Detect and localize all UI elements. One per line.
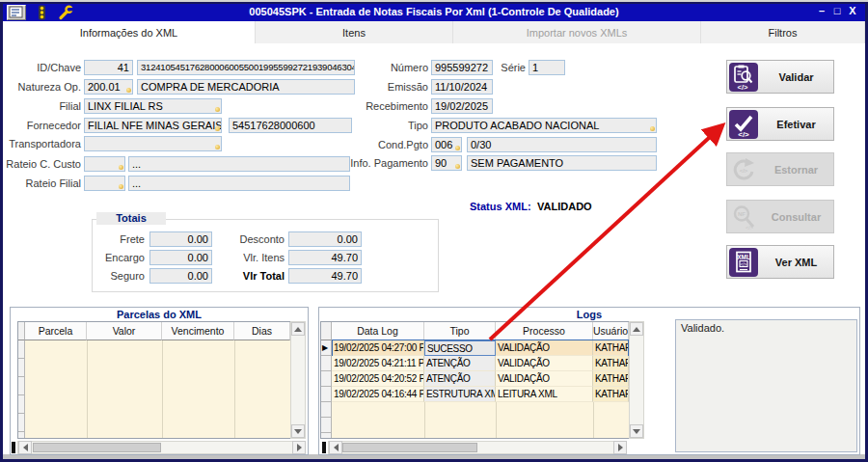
parcelas-col-dias[interactable]: Dias [234, 322, 290, 340]
info-pagamento-code-field[interactable]: 90 [431, 155, 462, 171]
parcelas-vscrollbar[interactable] [290, 321, 306, 439]
log-cell-usuario[interactable]: KATHARINA [593, 371, 629, 387]
svg-text:</>: </> [741, 261, 747, 266]
logs-hscroll-thumb[interactable] [342, 443, 477, 452]
rateio-filial-desc-field[interactable]: ... [128, 176, 350, 191]
log-cell-data[interactable]: 19/02/2025 04:21:11 PM [332, 356, 424, 371]
minimize-button[interactable]: – [815, 5, 828, 16]
validar-button-label: Validar [761, 71, 831, 83]
transportadora-field[interactable] [84, 136, 222, 151]
log-cell-usuario[interactable]: KATHARINA [593, 387, 629, 402]
log-cell-usuario[interactable]: KATHARINA [593, 356, 629, 371]
tipo-field[interactable]: PRODUTO ACABADO NACIONAL [431, 118, 657, 133]
fornecedor-cnpj-field[interactable]: 54517628000600 [229, 118, 352, 133]
vlr-itens-label: Vlr. Itens [222, 252, 285, 263]
cond-pgto-desc-field[interactable]: 0/30 [467, 137, 657, 152]
parcelas-hscroll-thumb[interactable] [33, 443, 161, 452]
validar-button[interactable]: </> Validar [726, 60, 834, 94]
scroll-down-icon[interactable] [291, 424, 305, 438]
transportadora-label: Transportadora [0, 138, 81, 149]
scroll-up-icon[interactable] [291, 322, 305, 336]
chave-field[interactable]: 3124105451762800060055001995599272193904… [137, 60, 355, 75]
tab-filtros[interactable]: Filtros [701, 21, 865, 43]
log-cell-tipo[interactable]: ATENÇÃO [424, 356, 496, 371]
efetivar-button[interactable]: </> Efetivar [726, 107, 834, 141]
encargo-field[interactable]: 0.00 [149, 250, 212, 265]
estornar-button-label: Estornar [761, 164, 831, 176]
id-field[interactable]: 41 [84, 60, 133, 75]
consultar-button-label: Consultar [761, 211, 831, 223]
tipo-label: Tipo [338, 120, 428, 131]
frete-field[interactable]: 0.00 [149, 231, 212, 247]
title-bar: 005045SPK - Entrada de Notas Fiscais Por… [3, 4, 865, 21]
log-cell-data[interactable]: 19/02/2025 04:20:52 PM [332, 371, 424, 387]
cond-pgto-code-field[interactable]: 006 [431, 137, 462, 152]
natureza-desc-field[interactable]: COMPRA DE MERCADORIA [137, 79, 355, 95]
log-cell-processo[interactable]: VALIDAÇÃO [496, 340, 593, 356]
cond-pgto-label: Cond.Pgto [338, 139, 428, 150]
scroll-right-icon[interactable] [613, 441, 627, 454]
maximize-button[interactable]: □ [830, 5, 844, 16]
rateio-filial-code-field[interactable] [84, 176, 125, 191]
log-cell-tipo[interactable]: SUCESSO [424, 340, 496, 356]
recebimento-label: Recebimento [338, 100, 428, 112]
id-chave-label: ID/Chave [0, 62, 81, 73]
desconto-field[interactable]: 0.00 [288, 231, 362, 247]
svg-text:XML: XML [737, 253, 750, 259]
rateio-c-custo-code-field[interactable] [84, 156, 125, 172]
scroll-left-icon[interactable] [329, 441, 342, 454]
log-cell-tipo[interactable]: ESTRUTURA XML C [424, 387, 496, 402]
logs-col-data-log[interactable]: Data Log [332, 322, 424, 340]
fornecedor-label: Fornecedor [0, 120, 81, 131]
commit-xml-icon: </> [729, 110, 758, 139]
info-pagamento-desc-field[interactable]: SEM PAGAMENTO [467, 155, 657, 171]
log-cell-processo[interactable]: VALIDAÇÃO [496, 356, 593, 371]
filial-field[interactable]: LINX FILIAL RS [84, 98, 222, 114]
log-cell-processo[interactable]: LEITURA XML [496, 387, 593, 402]
numero-field[interactable]: 995599272 [431, 60, 493, 75]
log-detail-memo: Validado. [675, 319, 857, 452]
emissao-field[interactable]: 11/10/2024 [431, 79, 493, 95]
logs-col-tipo[interactable]: Tipo [424, 322, 496, 340]
ver-xml-button-label: Ver XML [761, 257, 831, 268]
log-cell-usuario[interactable]: KATHARINA [593, 340, 629, 356]
seguro-label: Seguro [92, 270, 145, 282]
logs-col-processo[interactable]: Processo [496, 322, 593, 340]
seguro-field[interactable]: 0.00 [149, 268, 212, 284]
close-button[interactable]: X [846, 5, 859, 16]
logs-vscrollbar[interactable] [629, 321, 644, 439]
encargo-label: Encargo [92, 252, 145, 263]
svg-text:</>: </> [746, 225, 753, 231]
fornecedor-field[interactable]: FILIAL NFE MINAS GERAIS [84, 118, 222, 133]
logs-hscrollbar[interactable] [328, 441, 627, 454]
vlr-itens-field[interactable]: 49.70 [288, 250, 362, 265]
log-cell-data[interactable]: 19/02/2025 04:27:00 PM [332, 340, 424, 356]
parcelas-hscrollbar[interactable] [17, 441, 306, 454]
parcelas-col-parcela[interactable]: Parcela [25, 322, 87, 340]
parcelas-col-vencimento[interactable]: Vencimento [162, 322, 234, 340]
numero-label: Número [338, 62, 428, 73]
natureza-code-field[interactable]: 200.01 [84, 79, 133, 95]
tab-itens[interactable]: Itens [256, 21, 453, 43]
tab-informacoes-do-xml[interactable]: Informações do XML [3, 21, 256, 43]
recebimento-field[interactable]: 19/02/2025 [431, 98, 493, 114]
totais-title: Totais [96, 212, 166, 225]
vlr-total-label: Vlr Total [217, 270, 285, 282]
window-border-top [0, 2, 868, 4]
scroll-right-icon[interactable] [292, 441, 306, 454]
scroll-left-icon[interactable] [18, 441, 32, 454]
log-cell-data[interactable]: 19/02/2025 04:16:44 PM [332, 387, 424, 402]
vlr-total-field[interactable]: 49.70 [288, 268, 362, 284]
parcelas-col-valor[interactable]: Valor [87, 322, 162, 340]
log-cell-processo[interactable]: VALIDAÇÃO [496, 371, 593, 387]
status-xml-label: Status XML: [470, 201, 531, 212]
ver-xml-button[interactable]: XML </> Ver XML [726, 245, 834, 279]
serie-field[interactable]: 1 [529, 60, 565, 75]
rateio-c-custo-desc-field[interactable]: ... [128, 156, 350, 172]
svg-text:</>: </> [738, 83, 748, 92]
log-cell-tipo[interactable]: ATENÇÃO [424, 371, 496, 387]
scroll-up-icon[interactable] [630, 322, 643, 336]
scroll-down-icon[interactable] [630, 424, 643, 438]
serie-label: Série [487, 62, 526, 73]
logs-col-usuario[interactable]: Usuário [593, 322, 629, 340]
